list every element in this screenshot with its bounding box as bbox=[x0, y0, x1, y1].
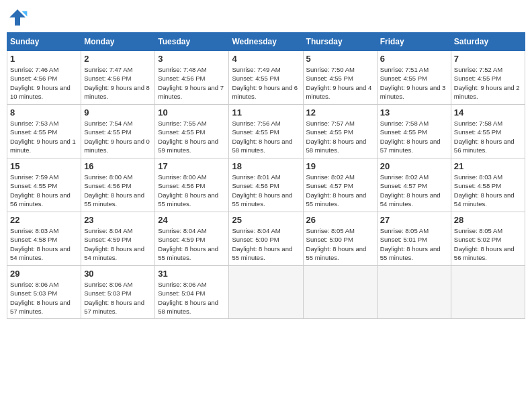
day-number: 4 bbox=[232, 54, 300, 64]
calendar-cell: 23 Sunrise: 8:04 AMSunset: 4:59 PMDaylig… bbox=[81, 212, 155, 266]
day-number: 31 bbox=[158, 269, 226, 279]
day-detail: Sunrise: 7:53 AMSunset: 4:55 PMDaylight:… bbox=[10, 120, 76, 154]
day-detail: Sunrise: 8:00 AMSunset: 4:56 PMDaylight:… bbox=[158, 173, 218, 208]
calendar-cell: 15 Sunrise: 7:59 AMSunset: 4:55 PMDaylig… bbox=[7, 158, 81, 212]
day-number: 5 bbox=[306, 54, 374, 64]
day-number: 16 bbox=[84, 161, 152, 171]
week-row-5: 29 Sunrise: 8:06 AMSunset: 5:03 PMDaylig… bbox=[7, 266, 525, 319]
day-detail: Sunrise: 8:06 AMSunset: 5:03 PMDaylight:… bbox=[10, 281, 71, 315]
day-detail: Sunrise: 8:00 AMSunset: 4:56 PMDaylight:… bbox=[84, 173, 144, 208]
calendar-cell: 24 Sunrise: 8:04 AMSunset: 4:59 PMDaylig… bbox=[155, 212, 229, 266]
day-detail: Sunrise: 8:01 AMSunset: 4:56 PMDaylight:… bbox=[232, 173, 292, 208]
day-number: 22 bbox=[10, 215, 78, 225]
day-number: 26 bbox=[306, 215, 374, 225]
day-number: 7 bbox=[454, 54, 522, 64]
day-detail: Sunrise: 7:59 AMSunset: 4:55 PMDaylight:… bbox=[10, 173, 71, 208]
day-detail: Sunrise: 8:05 AMSunset: 5:00 PMDaylight:… bbox=[306, 227, 367, 261]
logo-icon bbox=[7, 7, 28, 28]
day-detail: Sunrise: 8:05 AMSunset: 5:01 PMDaylight:… bbox=[380, 227, 441, 261]
col-header-saturday: Saturday bbox=[451, 33, 525, 51]
calendar-cell: 22 Sunrise: 8:03 AMSunset: 4:58 PMDaylig… bbox=[7, 212, 81, 266]
calendar-cell: 18 Sunrise: 8:01 AMSunset: 4:56 PMDaylig… bbox=[229, 158, 303, 212]
day-detail: Sunrise: 7:46 AMSunset: 4:56 PMDaylight:… bbox=[10, 66, 71, 100]
day-detail: Sunrise: 8:03 AMSunset: 4:58 PMDaylight:… bbox=[10, 227, 71, 261]
calendar-cell: 2 Sunrise: 7:47 AMSunset: 4:56 PMDayligh… bbox=[81, 51, 155, 105]
calendar-cell: 12 Sunrise: 7:57 AMSunset: 4:55 PMDaylig… bbox=[303, 105, 377, 158]
calendar-cell: 8 Sunrise: 7:53 AMSunset: 4:55 PMDayligh… bbox=[7, 105, 81, 158]
calendar-cell bbox=[451, 266, 525, 319]
day-number: 18 bbox=[232, 161, 300, 171]
day-number: 28 bbox=[454, 215, 522, 225]
day-number: 27 bbox=[380, 215, 448, 225]
calendar-header: SundayMondayTuesdayWednesdayThursdayFrid… bbox=[7, 33, 525, 51]
calendar-cell bbox=[229, 266, 303, 319]
day-number: 6 bbox=[380, 54, 448, 64]
week-row-4: 22 Sunrise: 8:03 AMSunset: 4:58 PMDaylig… bbox=[7, 212, 525, 266]
day-number: 21 bbox=[454, 161, 522, 171]
day-detail: Sunrise: 7:54 AMSunset: 4:55 PMDaylight:… bbox=[84, 120, 150, 154]
day-detail: Sunrise: 8:06 AMSunset: 5:04 PMDaylight:… bbox=[158, 281, 218, 315]
day-number: 24 bbox=[158, 215, 226, 225]
calendar-cell: 21 Sunrise: 8:03 AMSunset: 4:58 PMDaylig… bbox=[451, 158, 525, 212]
calendar-cell: 31 Sunrise: 8:06 AMSunset: 5:04 PMDaylig… bbox=[155, 266, 229, 319]
header bbox=[7, 7, 525, 28]
calendar-cell: 30 Sunrise: 8:06 AMSunset: 5:03 PMDaylig… bbox=[81, 266, 155, 319]
calendar-cell: 13 Sunrise: 7:58 AMSunset: 4:55 PMDaylig… bbox=[377, 105, 451, 158]
day-number: 3 bbox=[158, 54, 226, 64]
calendar-cell: 5 Sunrise: 7:50 AMSunset: 4:55 PMDayligh… bbox=[303, 51, 377, 105]
day-number: 30 bbox=[84, 269, 152, 279]
calendar-table: SundayMondayTuesdayWednesdayThursdayFrid… bbox=[7, 32, 525, 319]
day-number: 14 bbox=[454, 107, 522, 118]
col-header-friday: Friday bbox=[377, 33, 451, 51]
day-detail: Sunrise: 7:57 AMSunset: 4:55 PMDaylight:… bbox=[306, 120, 367, 154]
day-number: 2 bbox=[84, 54, 152, 64]
calendar-cell: 10 Sunrise: 7:55 AMSunset: 4:55 PMDaylig… bbox=[155, 105, 229, 158]
day-detail: Sunrise: 7:58 AMSunset: 4:55 PMDaylight:… bbox=[380, 120, 441, 154]
week-row-2: 8 Sunrise: 7:53 AMSunset: 4:55 PMDayligh… bbox=[7, 105, 525, 158]
day-detail: Sunrise: 7:51 AMSunset: 4:55 PMDaylight:… bbox=[380, 66, 446, 100]
calendar-cell: 7 Sunrise: 7:52 AMSunset: 4:55 PMDayligh… bbox=[451, 51, 525, 105]
calendar-cell: 19 Sunrise: 8:02 AMSunset: 4:57 PMDaylig… bbox=[303, 158, 377, 212]
col-header-wednesday: Wednesday bbox=[229, 33, 303, 51]
day-detail: Sunrise: 8:03 AMSunset: 4:58 PMDaylight:… bbox=[454, 173, 515, 208]
day-detail: Sunrise: 7:48 AMSunset: 4:56 PMDaylight:… bbox=[158, 66, 224, 100]
calendar-cell: 6 Sunrise: 7:51 AMSunset: 4:55 PMDayligh… bbox=[377, 51, 451, 105]
col-header-monday: Monday bbox=[81, 33, 155, 51]
day-detail: Sunrise: 8:04 AMSunset: 4:59 PMDaylight:… bbox=[158, 227, 218, 261]
logo bbox=[7, 7, 31, 28]
col-header-thursday: Thursday bbox=[303, 33, 377, 51]
col-header-tuesday: Tuesday bbox=[155, 33, 229, 51]
calendar-cell: 11 Sunrise: 7:56 AMSunset: 4:55 PMDaylig… bbox=[229, 105, 303, 158]
day-detail: Sunrise: 7:55 AMSunset: 4:55 PMDaylight:… bbox=[158, 120, 218, 154]
calendar-cell: 4 Sunrise: 7:49 AMSunset: 4:55 PMDayligh… bbox=[229, 51, 303, 105]
day-number: 12 bbox=[306, 107, 374, 118]
day-detail: Sunrise: 8:04 AMSunset: 4:59 PMDaylight:… bbox=[84, 227, 144, 261]
day-detail: Sunrise: 8:02 AMSunset: 4:57 PMDaylight:… bbox=[380, 173, 441, 208]
calendar-cell: 25 Sunrise: 8:04 AMSunset: 5:00 PMDaylig… bbox=[229, 212, 303, 266]
day-number: 13 bbox=[380, 107, 448, 118]
day-detail: Sunrise: 7:49 AMSunset: 4:55 PMDaylight:… bbox=[232, 66, 298, 100]
col-header-sunday: Sunday bbox=[7, 33, 81, 51]
calendar-cell: 1 Sunrise: 7:46 AMSunset: 4:56 PMDayligh… bbox=[7, 51, 81, 105]
day-number: 10 bbox=[158, 107, 226, 118]
day-detail: Sunrise: 7:58 AMSunset: 4:55 PMDaylight:… bbox=[454, 120, 515, 154]
day-number: 8 bbox=[10, 107, 78, 118]
calendar-cell: 20 Sunrise: 8:02 AMSunset: 4:57 PMDaylig… bbox=[377, 158, 451, 212]
calendar-cell: 16 Sunrise: 8:00 AMSunset: 4:56 PMDaylig… bbox=[81, 158, 155, 212]
calendar-cell: 17 Sunrise: 8:00 AMSunset: 4:56 PMDaylig… bbox=[155, 158, 229, 212]
calendar-cell: 29 Sunrise: 8:06 AMSunset: 5:03 PMDaylig… bbox=[7, 266, 81, 319]
day-detail: Sunrise: 8:04 AMSunset: 5:00 PMDaylight:… bbox=[232, 227, 292, 261]
day-detail: Sunrise: 8:06 AMSunset: 5:03 PMDaylight:… bbox=[84, 281, 144, 315]
calendar-cell: 28 Sunrise: 8:05 AMSunset: 5:02 PMDaylig… bbox=[451, 212, 525, 266]
calendar-cell: 9 Sunrise: 7:54 AMSunset: 4:55 PMDayligh… bbox=[81, 105, 155, 158]
day-number: 19 bbox=[306, 161, 374, 171]
calendar-cell bbox=[303, 266, 377, 319]
day-number: 29 bbox=[10, 269, 78, 279]
day-detail: Sunrise: 7:52 AMSunset: 4:55 PMDaylight:… bbox=[454, 66, 520, 100]
week-row-3: 15 Sunrise: 7:59 AMSunset: 4:55 PMDaylig… bbox=[7, 158, 525, 212]
day-number: 23 bbox=[84, 215, 152, 225]
calendar-cell: 27 Sunrise: 8:05 AMSunset: 5:01 PMDaylig… bbox=[377, 212, 451, 266]
day-number: 1 bbox=[10, 54, 78, 64]
day-detail: Sunrise: 7:47 AMSunset: 4:56 PMDaylight:… bbox=[84, 66, 150, 100]
day-detail: Sunrise: 8:05 AMSunset: 5:02 PMDaylight:… bbox=[454, 227, 515, 261]
